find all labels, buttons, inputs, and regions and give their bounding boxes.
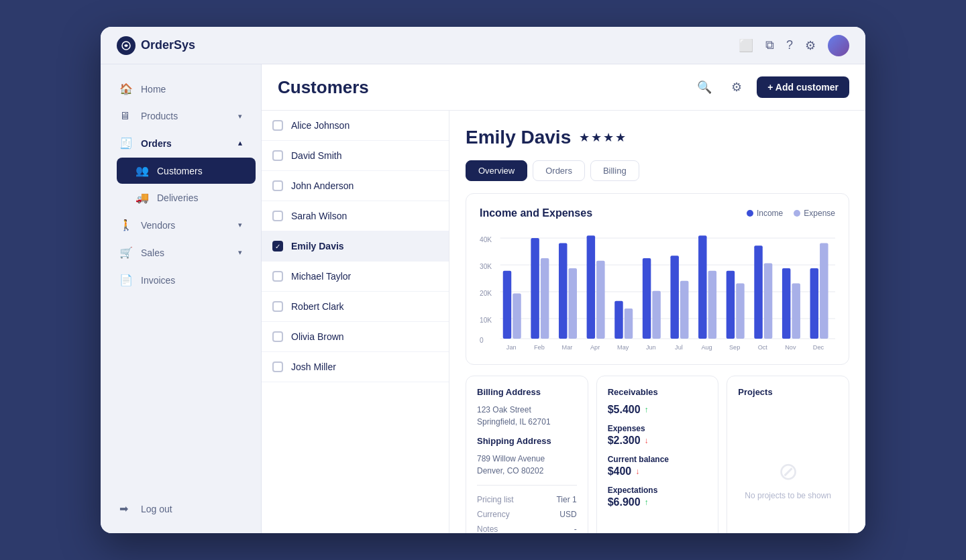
avatar[interactable] <box>828 35 849 56</box>
customer-checkbox[interactable] <box>272 331 283 342</box>
app-name: OrderSys <box>141 38 195 52</box>
sidebar-label-orders: Orders <box>141 138 172 149</box>
header-actions: 🔍 ⚙ + Add customer <box>692 75 849 99</box>
customer-checkbox[interactable] <box>272 271 283 282</box>
svg-text:0: 0 <box>480 337 484 344</box>
svg-text:May: May <box>617 344 629 351</box>
customer-name: Olivia Brown <box>291 331 344 342</box>
customer-row[interactable]: Alice Johnson <box>262 111 449 141</box>
customer-checkbox[interactable] <box>272 120 283 131</box>
tab-overview[interactable]: Overview <box>466 160 527 181</box>
settings-icon[interactable]: ⚙ <box>805 38 816 53</box>
svg-rect-26 <box>643 258 651 339</box>
sidebar-label-products: Products <box>141 111 178 121</box>
sidebar-label-deliveries: Deliveries <box>157 192 198 203</box>
customer-name: Sarah Wilson <box>291 211 347 221</box>
top-bar-icons: ⬜ ⧉ ? ⚙ <box>739 35 849 56</box>
add-customer-button[interactable]: + Add customer <box>757 76 849 98</box>
customer-checkbox[interactable] <box>272 301 283 312</box>
svg-rect-15 <box>541 258 549 339</box>
customer-row[interactable]: Olivia Brown <box>262 322 449 352</box>
chart-legend: Income Expense <box>747 209 835 218</box>
svg-text:20K: 20K <box>480 290 492 297</box>
customer-row[interactable]: John Anderson <box>262 171 449 201</box>
notes-value: - <box>574 524 577 533</box>
customer-checkbox[interactable] <box>272 180 283 191</box>
sidebar: 🏠 Home 🖥 Products ▾ 🧾 Orders ▴ 👥 Custome… <box>101 64 262 533</box>
sidebar-item-products[interactable]: 🖥 Products ▾ <box>106 103 256 129</box>
sidebar-item-home[interactable]: 🏠 Home <box>106 76 256 102</box>
chevron-down-icon: ▾ <box>238 248 242 257</box>
settings-button[interactable]: ⚙ <box>724 75 749 99</box>
svg-rect-38 <box>754 245 762 339</box>
customer-row[interactable]: ✓Emily Davis <box>262 231 449 262</box>
projects-title: Projects <box>738 387 838 397</box>
invoices-icon: 📄 <box>119 274 133 286</box>
sidebar-item-deliveries[interactable]: 🚚 Deliveries <box>117 184 256 211</box>
copy-icon[interactable]: ⧉ <box>765 38 774 52</box>
customer-row[interactable]: Robert Clark <box>262 292 449 322</box>
svg-text:Jun: Jun <box>646 344 656 351</box>
balance-value: $400 ↓ <box>608 465 708 478</box>
customer-name: Emily Davis <box>291 241 344 251</box>
sidebar-item-sales[interactable]: 🛒 Sales ▾ <box>106 239 256 266</box>
svg-rect-17 <box>559 243 567 339</box>
customer-name: Michael Taylor <box>291 271 351 282</box>
sidebar-item-logout[interactable]: ➡ Log out <box>106 496 256 522</box>
pricing-list-value: Tier 1 <box>556 495 576 504</box>
customer-row[interactable]: Josh Miller <box>262 352 449 382</box>
sidebar-item-customers[interactable]: 👥 Customers <box>117 158 256 184</box>
sidebar-sub-orders: 👥 Customers 🚚 Deliveries <box>101 157 261 211</box>
currency-label: Currency <box>477 510 510 519</box>
sidebar-bottom: ➡ Log out <box>101 495 261 522</box>
bar-chart-svg: 40K 30K 20K 10K 0 Ja <box>480 230 835 351</box>
logo: OrderSys <box>117 36 195 55</box>
receivables-metric: $5.400 ↑ <box>608 404 708 416</box>
svg-text:Sep: Sep <box>729 344 740 351</box>
svg-text:Nov: Nov <box>785 344 796 351</box>
deliveries-icon: 🚚 <box>136 191 149 204</box>
income-label: Income <box>757 209 783 218</box>
page-title: Customers <box>278 77 369 98</box>
expenses-metric: Expenses $2.300 ↓ <box>608 424 708 447</box>
customer-row[interactable]: David Smith <box>262 141 449 171</box>
sidebar-item-orders[interactable]: 🧾 Orders ▴ <box>106 130 256 156</box>
svg-rect-44 <box>810 268 818 339</box>
customer-checkbox[interactable] <box>272 361 283 372</box>
customer-row[interactable]: Sarah Wilson <box>262 201 449 231</box>
projects-card: Projects ⊘ No projects to be shown <box>727 376 849 533</box>
shipping-address-title: Shipping Address <box>477 436 577 446</box>
sidebar-label-home: Home <box>141 84 166 95</box>
customer-checkbox[interactable]: ✓ <box>272 241 283 251</box>
tab-orders[interactable]: Orders <box>533 160 585 181</box>
app-container: OrderSys ⬜ ⧉ ? ⚙ 🏠 Home 🖥 Products ▾ 🧾 O… <box>101 27 865 533</box>
billing-address-section: 123 Oak Street Springfield, IL 62701 <box>477 404 577 428</box>
customer-name: Alice Johnson <box>291 120 350 131</box>
customer-checkbox[interactable] <box>272 150 283 161</box>
search-button[interactable]: 🔍 <box>692 75 716 99</box>
currency-value: USD <box>559 510 576 519</box>
billing-address-line1: 123 Oak Street <box>477 404 577 416</box>
tab-billing[interactable]: Billing <box>590 160 639 181</box>
help-icon[interactable]: ? <box>786 38 793 52</box>
sidebar-item-invoices[interactable]: 📄 Invoices <box>106 267 256 293</box>
customer-header: Emily Davis ★★★★ <box>466 127 849 148</box>
pricing-list-label: Pricing list <box>477 495 514 504</box>
customer-checkbox[interactable] <box>272 211 283 221</box>
svg-rect-39 <box>764 264 772 339</box>
svg-rect-45 <box>820 243 828 339</box>
folder-icon[interactable]: ⬜ <box>739 38 753 53</box>
expectations-metric: Expectations $6.900 ↑ <box>608 486 708 508</box>
svg-text:Dec: Dec <box>813 344 824 351</box>
svg-rect-33 <box>708 271 716 339</box>
sidebar-item-vendors[interactable]: 🚶 Vendors ▾ <box>106 212 256 238</box>
svg-text:Jan: Jan <box>506 344 517 351</box>
notes-row: Notes - <box>477 522 577 533</box>
svg-text:Oct: Oct <box>758 344 768 351</box>
chart-title: Income and Expenses <box>480 207 592 219</box>
chevron-up-icon: ▴ <box>238 139 242 148</box>
customer-row[interactable]: Michael Taylor <box>262 262 449 292</box>
svg-rect-24 <box>625 309 633 339</box>
receivables-card: Receivables $5.400 ↑ Expenses $2.3 <box>596 376 719 533</box>
content-area: Customers 🔍 ⚙ + Add customer Alice Johns… <box>262 64 865 533</box>
